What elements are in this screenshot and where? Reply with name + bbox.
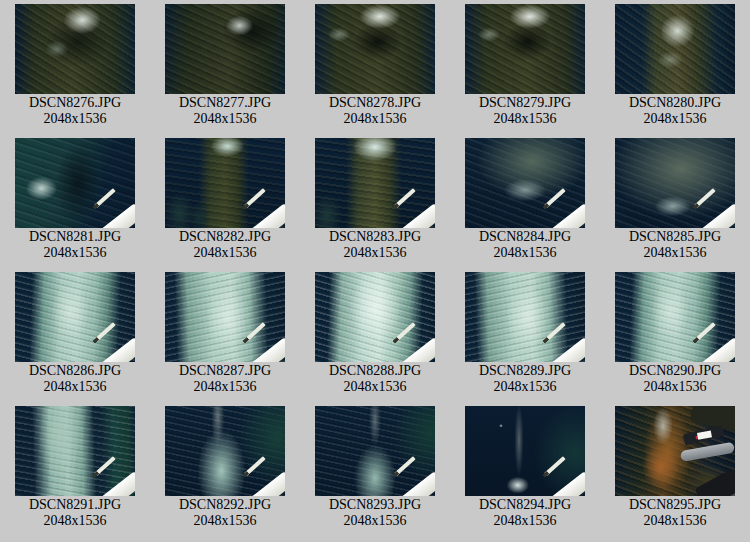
photo-thumbnail[interactable] [465,272,585,362]
photo-dimensions: 2048x1536 [44,513,107,528]
gallery-cell: DSCN8286.JPG 2048x1536 [0,268,150,402]
temperature-probe-icon [373,170,435,228]
temperature-probe-icon [73,438,135,496]
photo-filename: DSCN8291.JPG [29,497,121,512]
photo-filename: DSCN8279.JPG [479,95,571,110]
temperature-probe-icon [73,170,135,228]
gallery-cell: DSCN8277.JPG 2048x1536 [150,0,300,134]
photo-thumbnail[interactable] [15,272,135,362]
sampler-instrument-icon [671,423,735,465]
gallery-cell: DSCN8294.JPG 2048x1536 [450,402,600,536]
photo-thumbnail[interactable] [15,4,135,94]
photo-dimensions: 2048x1536 [494,111,557,126]
gallery-cell: DSCN8287.JPG 2048x1536 [150,268,300,402]
instrument-label-icon [697,430,712,439]
temperature-probe-icon [523,170,585,228]
photo-thumbnail[interactable] [15,138,135,228]
gallery-cell: DSCN8291.JPG 2048x1536 [0,402,150,536]
photo-filename: DSCN8276.JPG [29,95,121,110]
photo-dimensions: 2048x1536 [644,379,707,394]
photo-filename: DSCN8281.JPG [29,229,121,244]
photo-dimensions: 2048x1536 [494,245,557,260]
temperature-probe-icon [223,438,285,496]
photo-filename: DSCN8294.JPG [479,497,571,512]
photo-thumbnail[interactable] [165,138,285,228]
temperature-probe-icon [673,304,735,362]
temperature-probe-icon [523,304,585,362]
photo-thumbnail[interactable] [465,138,585,228]
gallery-cell: DSCN8284.JPG 2048x1536 [450,134,600,268]
temperature-probe-icon [223,304,285,362]
photo-thumbnail[interactable] [15,406,135,496]
photo-filename: DSCN8292.JPG [179,497,271,512]
photo-thumbnail[interactable] [165,272,285,362]
photo-dimensions: 2048x1536 [194,513,257,528]
gallery-cell: DSCN8292.JPG 2048x1536 [150,402,300,536]
photo-dimensions: 2048x1536 [644,513,707,528]
gallery-cell: DSCN8276.JPG 2048x1536 [0,0,150,134]
photo-filename: DSCN8277.JPG [179,95,271,110]
photo-thumbnail[interactable] [465,406,585,496]
photo-thumbnail[interactable] [615,406,735,496]
photo-filename: DSCN8290.JPG [629,363,721,378]
photo-dimensions: 2048x1536 [44,379,107,394]
photo-dimensions: 2048x1536 [344,111,407,126]
photo-dimensions: 2048x1536 [344,513,407,528]
temperature-probe-icon [73,304,135,362]
temperature-probe-icon [373,304,435,362]
photo-filename: DSCN8293.JPG [329,497,421,512]
photo-dimensions: 2048x1536 [344,245,407,260]
photo-dimensions: 2048x1536 [344,379,407,394]
photo-dimensions: 2048x1536 [494,379,557,394]
photo-thumbnail[interactable] [615,4,735,94]
gallery-cell: DSCN8281.JPG 2048x1536 [0,134,150,268]
photo-thumbnail[interactable] [165,4,285,94]
photo-filename: DSCN8283.JPG [329,229,421,244]
gallery-cell: DSCN8280.JPG 2048x1536 [600,0,750,134]
photo-gallery-grid: DSCN8276.JPG 2048x1536 DSCN8277.JPG 2048… [0,0,750,542]
photo-filename: DSCN8280.JPG [629,95,721,110]
photo-dimensions: 2048x1536 [644,245,707,260]
temperature-probe-icon [673,170,735,228]
photo-dimensions: 2048x1536 [194,111,257,126]
photo-thumbnail[interactable] [315,406,435,496]
photo-thumbnail[interactable] [315,4,435,94]
photo-dimensions: 2048x1536 [44,111,107,126]
photo-thumbnail[interactable] [465,4,585,94]
temperature-probe-icon [523,438,585,496]
photo-thumbnail[interactable] [165,406,285,496]
gallery-cell: DSCN8283.JPG 2048x1536 [300,134,450,268]
gallery-cell: DSCN8295.JPG 2048x1536 [600,402,750,536]
gallery-cell: DSCN8282.JPG 2048x1536 [150,134,300,268]
photo-filename: DSCN8295.JPG [629,497,721,512]
manipulator-arm-icon [694,468,735,496]
gallery-cell: DSCN8293.JPG 2048x1536 [300,402,450,536]
temperature-probe-icon [223,170,285,228]
photo-thumbnail[interactable] [315,272,435,362]
gallery-cell: DSCN8279.JPG 2048x1536 [450,0,600,134]
photo-thumbnail[interactable] [615,138,735,228]
gallery-cell: DSCN8285.JPG 2048x1536 [600,134,750,268]
temperature-probe-icon [373,438,435,496]
photo-filename: DSCN8286.JPG [29,363,121,378]
gallery-cell: DSCN8289.JPG 2048x1536 [450,268,600,402]
photo-filename: DSCN8287.JPG [179,363,271,378]
rov-equipment-icon [690,406,735,432]
photo-filename: DSCN8289.JPG [479,363,571,378]
photo-filename: DSCN8282.JPG [179,229,271,244]
photo-dimensions: 2048x1536 [494,513,557,528]
photo-filename: DSCN8278.JPG [329,95,421,110]
photo-filename: DSCN8284.JPG [479,229,571,244]
photo-thumbnail[interactable] [315,138,435,228]
photo-filename: DSCN8288.JPG [329,363,421,378]
gallery-cell: DSCN8278.JPG 2048x1536 [300,0,450,134]
photo-dimensions: 2048x1536 [44,245,107,260]
gallery-cell: DSCN8290.JPG 2048x1536 [600,268,750,402]
photo-dimensions: 2048x1536 [194,245,257,260]
photo-thumbnail[interactable] [615,272,735,362]
photo-dimensions: 2048x1536 [194,379,257,394]
gallery-cell: DSCN8288.JPG 2048x1536 [300,268,450,402]
photo-filename: DSCN8285.JPG [629,229,721,244]
photo-dimensions: 2048x1536 [644,111,707,126]
